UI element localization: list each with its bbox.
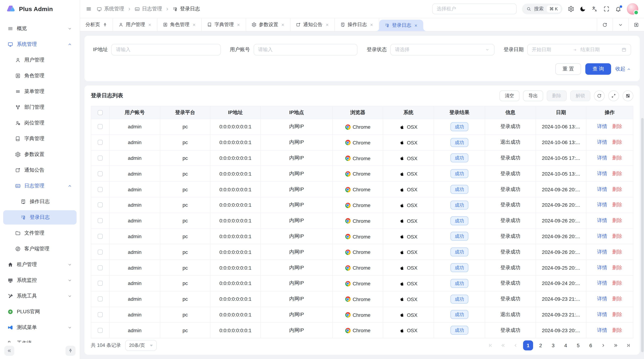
sidebar-item-log-management[interactable]: DEV日志管理 <box>3 179 76 193</box>
delete-link[interactable]: 删除 <box>612 171 622 176</box>
tab-dict-management[interactable]: 字典管理 <box>202 18 246 31</box>
sidebar-item-notice[interactable]: 通知公告 <box>3 163 76 177</box>
sidebar-item-system-management[interactable]: 系统管理 <box>3 37 76 51</box>
sidebar-item-menu-management[interactable]: 菜单管理 <box>3 84 76 99</box>
row-checkbox[interactable] <box>98 297 103 302</box>
breadcrumb-item-login-log[interactable]: 登录日志 <box>172 6 200 12</box>
pin-icon[interactable] <box>102 22 107 27</box>
row-checkbox[interactable] <box>98 281 103 286</box>
tab-user-management[interactable]: 用户管理 <box>113 18 157 31</box>
delete-link[interactable]: 删除 <box>612 296 622 302</box>
delete-link[interactable]: 删除 <box>612 139 622 145</box>
row-checkbox[interactable] <box>98 250 103 255</box>
pin-sidebar-button[interactable] <box>66 346 76 356</box>
close-icon[interactable] <box>414 23 418 27</box>
settings-icon[interactable] <box>568 6 574 12</box>
next-page-button[interactable] <box>598 341 608 351</box>
sidebar-item-post-management[interactable]: 岗位管理 <box>3 116 76 130</box>
close-icon[interactable] <box>148 23 152 27</box>
fullscreen-icon[interactable] <box>603 6 610 12</box>
detail-link[interactable]: 详情 <box>597 202 607 208</box>
tab-role-management[interactable]: 角色管理 <box>157 18 202 31</box>
tab-operation-log[interactable]: 操作日志 <box>335 18 379 31</box>
sidebar-item-system-tools[interactable]: 系统工具 <box>3 289 76 303</box>
first-page-button[interactable] <box>486 341 496 351</box>
row-checkbox[interactable] <box>98 218 103 223</box>
language-icon[interactable]: 文A <box>592 6 598 12</box>
ip-input[interactable]: 请输入 <box>111 44 220 55</box>
detail-link[interactable]: 详情 <box>597 312 607 317</box>
detail-link[interactable]: 详情 <box>597 233 607 239</box>
tenant-select[interactable]: 选择租户 <box>432 3 516 14</box>
page-button-1[interactable]: 1 <box>523 341 533 351</box>
detail-link[interactable]: 详情 <box>597 124 607 129</box>
delete-link[interactable]: 删除 <box>612 155 622 161</box>
detail-link[interactable]: 详情 <box>597 139 607 145</box>
sidebar-item-overview[interactable]: 概览 <box>3 21 76 36</box>
sidebar-item-param-settings[interactable]: 参数设置 <box>3 147 76 162</box>
close-icon[interactable] <box>236 23 240 27</box>
collapse-filter-link[interactable]: 收起 <box>616 66 631 72</box>
unlock-button[interactable]: 解锁 <box>570 90 590 101</box>
sidebar-item-file-management[interactable]: 文件管理 <box>3 226 76 240</box>
sidebar-item-dept-management[interactable]: 部门管理 <box>3 100 76 114</box>
sidebar-item-operation-log[interactable]: 操作日志 <box>3 195 76 209</box>
sidebar-item-client-management[interactable]: 客户端管理 <box>3 242 76 256</box>
page-button-3[interactable]: 3 <box>548 341 558 351</box>
select-all-checkbox[interactable] <box>98 110 103 115</box>
page-button-2[interactable]: 2 <box>536 341 546 351</box>
notifications-icon[interactable] <box>615 6 622 12</box>
breadcrumb-item-system-management[interactable]: 系统管理 <box>96 6 124 12</box>
delete-link[interactable]: 删除 <box>612 202 622 208</box>
delete-link[interactable]: 删除 <box>612 312 622 317</box>
row-checkbox[interactable] <box>98 265 103 270</box>
tab-analysis[interactable]: 分析页 <box>80 18 113 31</box>
tabs-menu-button[interactable] <box>612 18 628 31</box>
page-button-5[interactable]: 5 <box>573 341 583 351</box>
prev-page-button[interactable] <box>510 341 520 351</box>
maximize-content-button[interactable] <box>628 18 644 31</box>
sidebar-item-workflow[interactable]: 工作流 <box>3 336 76 343</box>
delete-link[interactable]: 删除 <box>612 217 622 223</box>
row-checkbox[interactable] <box>98 312 103 317</box>
row-checkbox[interactable] <box>98 328 103 333</box>
page-button-6[interactable]: 6 <box>586 341 596 351</box>
detail-link[interactable]: 详情 <box>597 280 607 286</box>
sidebar-item-role-management[interactable]: 角色管理 <box>3 69 76 83</box>
delete-button[interactable]: 删除 <box>547 90 567 101</box>
delete-link[interactable]: 删除 <box>612 124 622 129</box>
detail-link[interactable]: 详情 <box>597 327 607 333</box>
sidebar-item-system-monitor[interactable]: 系统监控 <box>3 273 76 288</box>
detail-link[interactable]: 详情 <box>597 296 607 302</box>
delete-link[interactable]: 删除 <box>612 327 622 333</box>
row-checkbox[interactable] <box>98 187 103 192</box>
date-range-input[interactable]: 开始日期 结束日期 <box>527 44 631 55</box>
menu-toggle-icon[interactable] <box>86 6 92 12</box>
sidebar-item-tenant-management[interactable]: 租户管理 <box>3 258 76 272</box>
row-checkbox[interactable] <box>98 203 103 208</box>
refresh-table-button[interactable] <box>594 90 605 101</box>
sidebar-item-test-menu[interactable]: 测试菜单 <box>3 320 76 335</box>
sidebar-item-plus-website[interactable]: PLUS官网 <box>3 305 76 319</box>
tab-notice[interactable]: 通知公告 <box>290 18 335 31</box>
collapse-sidebar-button[interactable] <box>4 346 14 356</box>
delete-link[interactable]: 删除 <box>612 249 622 255</box>
delete-link[interactable]: 删除 <box>612 264 622 270</box>
page-size-select[interactable]: 20条/页 <box>125 340 157 351</box>
export-button[interactable]: 导出 <box>523 90 543 101</box>
row-checkbox[interactable] <box>98 171 103 176</box>
close-icon[interactable] <box>370 23 373 27</box>
clear-button[interactable]: 清空 <box>500 90 520 101</box>
close-icon[interactable] <box>192 23 196 27</box>
sidebar-item-user-management[interactable]: 用户管理 <box>3 53 76 67</box>
row-checkbox[interactable] <box>98 234 103 239</box>
fullscreen-table-button[interactable] <box>608 90 619 101</box>
page-scrollbar[interactable] <box>641 118 644 352</box>
row-checkbox[interactable] <box>98 140 103 145</box>
tab-login-log[interactable]: 登录日志 <box>379 20 423 31</box>
detail-link[interactable]: 详情 <box>597 249 607 255</box>
jump-back-button[interactable] <box>498 341 508 351</box>
detail-link[interactable]: 详情 <box>597 171 607 176</box>
detail-link[interactable]: 详情 <box>597 186 607 192</box>
status-select[interactable]: 请选择 <box>390 44 494 55</box>
